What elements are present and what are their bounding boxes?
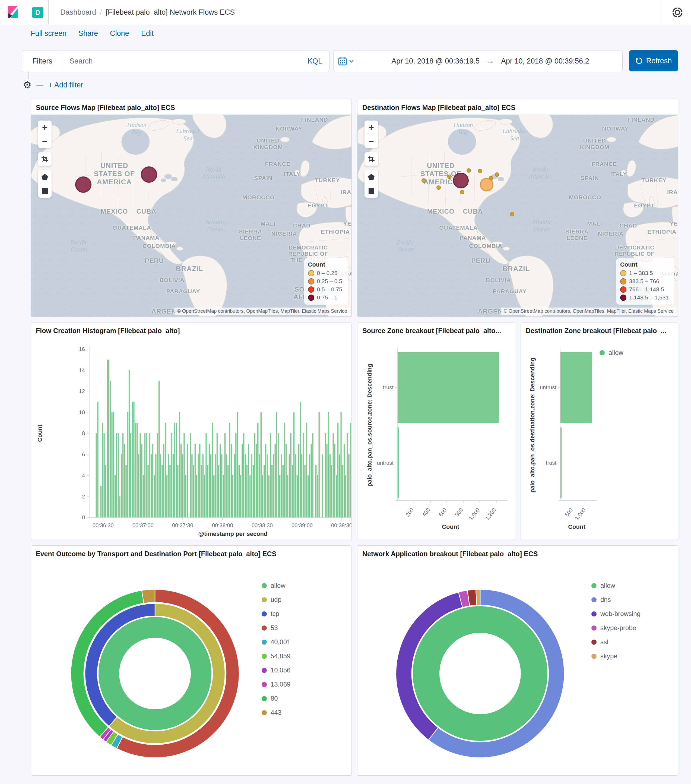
add-filter-button[interactable]: + Add filter <box>48 81 83 89</box>
date-to[interactable]: Apr 10, 2018 @ 00:39:56.2 <box>501 57 589 66</box>
country-label: NIGERIA <box>271 231 297 237</box>
country-label: PANAMA <box>133 235 160 241</box>
country-label: GUATEMALA <box>439 224 478 231</box>
legend-swatch <box>591 639 597 645</box>
edit-button[interactable]: Edit <box>141 29 154 38</box>
country-label: COLOMBIA <box>469 243 502 249</box>
legend-label: tcp <box>271 610 279 618</box>
svg-text:Count: Count <box>568 524 586 530</box>
panel-title: Event Outcome by Transport and Destinati… <box>31 546 352 565</box>
destination-map[interactable]: + − Count 1 – 383.5383.5 – 766766 – 1,14… <box>357 115 678 316</box>
legend-item[interactable]: 80 <box>262 693 290 704</box>
country-label: SIERRA LEONE <box>565 228 588 241</box>
legend-swatch <box>262 654 267 659</box>
header-divider <box>26 0 26 25</box>
country-label: ETHIOPIA <box>647 228 676 235</box>
legend-label: 40,001 <box>271 638 290 646</box>
legend-label: skype <box>601 652 617 660</box>
gear-icon[interactable]: ⚙ <box>23 80 31 90</box>
legend-swatch <box>262 696 267 701</box>
zoom-out-button[interactable]: − <box>38 134 51 148</box>
crop-tool-button[interactable] <box>38 152 51 166</box>
country-label: PANAMA <box>460 235 486 241</box>
search-input[interactable] <box>63 57 308 66</box>
legend-item[interactable]: dns <box>591 595 640 605</box>
country-label: BRAZIL <box>176 265 203 273</box>
svg-text:1,000: 1,000 <box>467 507 480 521</box>
filter-connector <box>28 71 29 79</box>
map-legend-swatch <box>620 287 627 293</box>
svg-text:2: 2 <box>82 494 85 499</box>
crop-tool-button[interactable] <box>365 152 378 166</box>
refresh-button[interactable]: Refresh <box>629 50 678 71</box>
map-legend-title: Count <box>308 261 342 268</box>
svg-text:00:39:00: 00:39:00 <box>291 522 313 528</box>
legend-label: 54,859 <box>271 652 290 660</box>
map-legend-label: 0 – 0.25 <box>317 270 337 276</box>
legend-item[interactable]: skype <box>591 651 640 661</box>
full-screen-button[interactable]: Full screen <box>31 29 66 38</box>
legend-swatch <box>262 626 267 631</box>
polygon-draw-button[interactable] <box>38 170 51 184</box>
date-from[interactable]: Apr 10, 2018 @ 00:36:19.5 <box>392 57 480 66</box>
legend-item[interactable]: allow <box>599 348 624 358</box>
legend-item[interactable]: 443 <box>262 707 290 718</box>
legend-swatch <box>262 710 267 715</box>
legend-item[interactable]: 13,069 <box>262 679 290 690</box>
legend-item[interactable]: web-browsing <box>591 609 640 619</box>
map-legend-item: 1 – 383.5 <box>620 270 669 276</box>
breadcrumb-dashboard[interactable]: Dashboard <box>60 8 96 16</box>
legend-swatch <box>262 639 267 645</box>
dashboard-badge[interactable]: D <box>32 7 43 18</box>
legend-item[interactable]: 54,859 <box>262 651 290 661</box>
legend-item[interactable]: ssl <box>591 637 640 647</box>
zoom-in-button[interactable]: + <box>365 120 378 134</box>
legend-item[interactable]: tcp <box>262 609 290 619</box>
legend-item[interactable]: 10,056 <box>262 665 290 675</box>
date-range[interactable]: Apr 10, 2018 @ 00:36:19.5 → Apr 10, 2018… <box>358 57 622 66</box>
polygon-draw-button[interactable] <box>365 170 378 184</box>
rectangle-draw-button[interactable] <box>38 184 51 198</box>
legend-swatch <box>599 350 605 355</box>
legend-item[interactable]: 53 <box>262 623 290 633</box>
svg-text:4: 4 <box>82 472 85 478</box>
calendar-button[interactable] <box>334 51 358 72</box>
svg-text:6: 6 <box>82 451 85 458</box>
source-map[interactable]: + − Count 0 – 0.250.25 – 0.50.5 – 0.750.… <box>31 115 352 316</box>
map-legend-label: 1 – 383.5 <box>629 270 653 276</box>
chevron-down-icon <box>349 59 354 63</box>
clone-button[interactable]: Clone <box>110 29 129 38</box>
share-button[interactable]: Share <box>79 29 98 38</box>
date-picker: Apr 10, 2018 @ 00:36:19.5 → Apr 10, 2018… <box>333 50 623 72</box>
svg-text:untrust: untrust <box>540 384 557 390</box>
country-label: UNITED KINGDOM <box>253 137 283 150</box>
svg-text:trust: trust <box>383 384 393 390</box>
svg-text:16: 16 <box>79 346 85 352</box>
kql-button[interactable]: KQL <box>308 57 329 66</box>
legend-item[interactable]: 40,001 <box>262 637 290 647</box>
legend-item[interactable]: allow <box>591 580 640 591</box>
legend-item[interactable]: skype-probe <box>591 623 640 633</box>
calendar-icon <box>337 56 347 66</box>
legend-label: allow <box>601 582 615 590</box>
svg-text:palo_alto.pan_os.source.zone:: palo_alto.pan_os.source.zone: Descending <box>366 364 373 486</box>
map-legend-swatch <box>308 278 314 285</box>
country-label: COLOMBIA <box>143 243 176 249</box>
source-zone-chart: trustuntrust2004006008001,0001,200palo_a… <box>357 323 515 540</box>
country-label: UNITED KINGDOM <box>580 137 610 150</box>
kibana-logo[interactable] <box>8 6 18 18</box>
flow-dot <box>510 212 514 216</box>
filters-button[interactable]: Filters <box>22 51 63 72</box>
zoom-in-button[interactable]: + <box>38 120 51 134</box>
map-legend-item: 0.25 – 0.5 <box>308 278 342 285</box>
legend-item[interactable]: allow <box>262 580 290 591</box>
legend-swatch <box>262 682 267 687</box>
rectangle-draw-button[interactable] <box>365 184 378 198</box>
help-icon[interactable] <box>672 7 683 18</box>
panel-title: Source Flows Map [Filebeat palo_alto] EC… <box>31 99 352 119</box>
legend-item[interactable]: udp <box>262 595 290 605</box>
country-label: IRAQ <box>341 189 352 196</box>
flow-dot <box>436 185 441 190</box>
zoom-out-button[interactable]: − <box>365 134 378 148</box>
map-legend-label: 766 – 1,148.5 <box>629 286 664 293</box>
